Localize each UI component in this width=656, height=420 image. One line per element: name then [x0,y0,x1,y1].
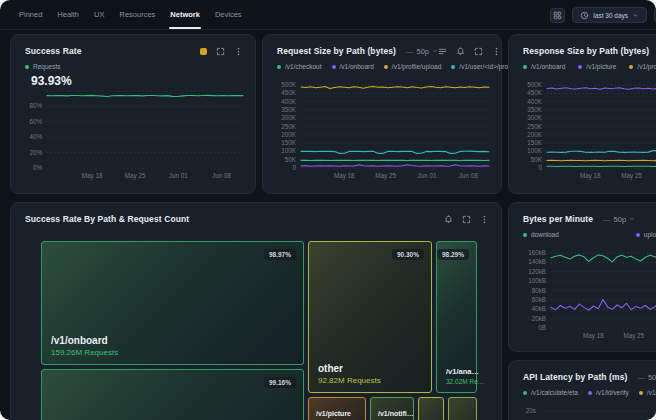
treemap: 98.97%/v1/onboard159.26M Requests99.16%9… [11,203,501,420]
chart-canvas: 80%60%40%20%0%May 18May 25Jun 01Jun 08 [17,87,249,181]
panel-bytes-per-minute: Bytes per Minute — 50p downloadupload 16… [508,202,656,352]
y-axis-tick-label: 300K [281,114,297,121]
treemap-path-label: /v1/ana… [446,367,484,376]
success-rate-badge: 98.29% [437,249,469,260]
tab-health[interactable]: Health [57,0,79,29]
treemap-box-label: /v1/ana…32.02M Re… [446,367,484,385]
tab-resources[interactable]: Resources [119,0,155,29]
percentile-value: 50p [614,215,627,224]
percentile-dropdown[interactable]: — 50p [406,47,438,56]
treemap-box-v1-notifi[interactable]: /v1/notifi… [370,397,414,420]
y-axis-tick-label: 300K [527,114,543,121]
legend-label: Requests [33,63,60,70]
tab-pinned[interactable]: Pinned [19,0,42,29]
tab-ux[interactable]: UX [94,0,104,29]
legend-item[interactable]: /v1/checkout [277,63,322,70]
y-axis-tick-label: 150K [281,139,297,146]
treemap-box-label: /v1/onboard159.26M Requests [51,335,118,357]
percentile-value: 50p [648,373,656,382]
alert-indicator-icon[interactable] [200,48,207,55]
legend-item[interactable]: /v1/profile/upload [384,63,442,70]
bell-icon[interactable] [456,47,465,56]
y-axis-tick-label: 0 [292,164,296,171]
kebab-menu-icon[interactable] [492,47,501,56]
y-axis-tick-label: 50K [531,156,543,163]
top-navigation-bar: PinnedHealthUXResourcesNetworkDevices la… [0,0,656,30]
tab-devices[interactable]: Devices [215,0,242,29]
percentile-dropdown[interactable]: — 50p [603,215,635,224]
series-line [547,88,656,90]
y-axis-tick-label: 140kB [528,258,546,265]
chart-canvas: 500K450K400K350K300K250K200K150K100K50K0… [269,81,495,181]
treemap-box-v1-onboard[interactable]: 98.97%/v1/onboard159.26M Requests [41,241,304,365]
legend-item[interactable]: /v1/onboard [332,63,374,70]
legend: /v1/calculate/eta/v1/id/verify/v1/onboar… [509,389,656,396]
legend-dot-icon [451,65,455,69]
x-axis-tick-label: Jun 08 [212,172,231,179]
legend-item[interactable]: /v1/id/verify [588,389,629,396]
legend-dot-icon [588,391,592,395]
treemap-box-other[interactable]: 90.30%other92.82M Requests [308,241,432,393]
dashboard: PinnedHealthUXResourcesNetworkDevices la… [0,0,656,420]
y-axis-tick-label: 120kB [528,268,546,275]
y-axis-tick-label: 100kB [528,277,546,284]
y-axis-tick-label: 20s [526,407,536,414]
y-axis-tick-label: 100K [281,147,297,154]
legend-item[interactable]: Requests [25,63,60,70]
panel-response-size: Response Size by Path (bytes) — 50p /v1/… [508,34,656,194]
chevron-down-icon [632,12,639,19]
y-axis-tick-label: 450K [527,89,543,96]
expand-icon[interactable] [216,47,225,56]
panel-title: API Latency by Path (ms) [523,372,627,382]
y-axis-tick-label: 60% [29,118,42,125]
kebab-menu-icon[interactable] [234,47,243,56]
treemap-box[interactable] [448,397,477,420]
legend-dot-icon [277,65,281,69]
treemap-box-v1-picture[interactable]: /v1/picture [308,397,366,420]
chart-canvas: 160kB140kB120kB100kB80kB60kB40kB20kB0BMa… [515,249,656,341]
x-axis-tick-label: May 25 [375,172,396,180]
expand-icon[interactable] [474,47,483,56]
y-axis-tick-label: 350K [527,106,543,113]
legend-item[interactable]: download [523,231,559,238]
panel-success-by-path: Success Rate By Path & Request Count 98.… [10,202,502,420]
x-axis-tick-label: Jun 08 [459,172,478,179]
time-range-label: last 30 days [593,12,628,19]
percentile-dropdown[interactable]: — 50p [637,373,656,382]
y-axis-tick-label: 250K [527,123,543,130]
series-line [47,95,243,96]
clock-icon [580,11,589,20]
chart-canvas: 500K450K400K350K300K250K200K150K100K50K0… [515,81,656,181]
success-rate-chart: 80%60%40%20%0%May 18May 25Jun 01Jun 08 [17,87,249,181]
panel-success-rate: Success Rate Requests 93.93% 80%60%40%20… [10,34,256,194]
grid-view-button[interactable] [550,8,565,23]
request-size-chart: 500K450K400K350K300K250K200K150K100K50K0… [269,81,495,181]
legend-item[interactable]: /v1/calculate/eta [523,389,578,396]
legend-item[interactable]: /v1/profile/upload [629,63,656,70]
y-axis-tick-label: 200K [281,131,297,138]
list-icon[interactable] [438,47,447,56]
legend-item[interactable]: /v1/user/<id>/profile [451,63,516,70]
y-axis-tick-label: 500K [281,81,297,88]
y-axis-tick-label: 40kB [532,305,546,312]
tab-network[interactable]: Network [170,0,200,29]
treemap-path-label: other [318,363,381,374]
legend-item[interactable]: upload [636,231,656,238]
time-range-picker[interactable]: last 30 days [572,7,647,23]
x-axis-tick-label: May 18 [580,172,601,180]
panel-title: Response Size by Path (bytes) [523,46,649,56]
legend-dot-icon [384,65,388,69]
x-axis-tick-label: May 18 [583,332,604,340]
legend-label: /v1/id/verify [596,389,629,396]
legend-item[interactable]: /v1/onboard [523,63,565,70]
treemap-path-label: /v1/onboard [51,335,118,346]
treemap-box-v1-ana[interactable]: 98.29%/v1/ana…32.02M Re… [436,241,477,393]
treemap-box[interactable]: 99.16% [41,369,304,420]
legend-dot-icon [332,65,336,69]
treemap-box-label: other92.82M Requests [318,363,381,385]
legend-item[interactable]: /v1/picture [578,63,616,70]
x-axis-tick-label: May 18 [82,172,103,180]
legend-item[interactable]: /v1/onboard [639,389,656,396]
treemap-box[interactable] [418,397,444,420]
y-axis-tick-label: 60kB [532,296,546,303]
